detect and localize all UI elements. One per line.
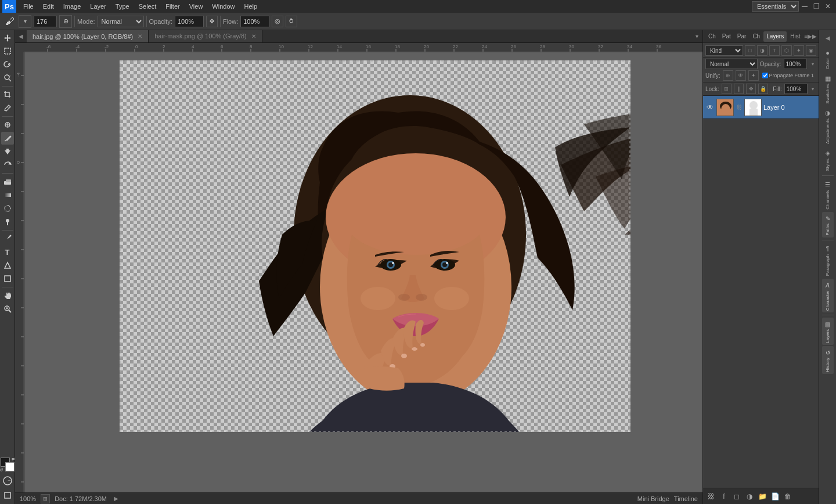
restore-btn[interactable]: ❐ <box>810 1 822 12</box>
background-color[interactable] <box>5 462 15 471</box>
collapsed-adjustments[interactable]: ◑ Adjustments <box>822 107 834 146</box>
menu-layer[interactable]: Layer <box>85 2 111 11</box>
tab-pat[interactable]: Pat <box>719 31 734 42</box>
collapsed-paragraph[interactable]: ¶ Paragraph <box>822 243 834 278</box>
minimize-btn[interactable]: ─ <box>799 1 810 12</box>
panel-collapse-btn[interactable]: ◀ <box>15 30 27 42</box>
arrange-docs-btn[interactable]: ▾ <box>691 30 702 42</box>
new-group-btn[interactable]: 📁 <box>756 491 768 502</box>
menu-window[interactable]: Window <box>207 2 239 11</box>
layer-0[interactable]: 👁 ⛓ <box>703 96 819 119</box>
tool-eyedropper[interactable] <box>1 102 14 114</box>
airbrush-btn[interactable]: ◎ <box>272 16 283 27</box>
add-mask-btn[interactable]: ◻ <box>731 491 743 502</box>
collapsed-channels[interactable]: ☰ Channels <box>822 178 834 211</box>
tool-zoom[interactable] <box>1 303 14 315</box>
menu-help[interactable]: Help <box>239 2 262 11</box>
opacity-input[interactable] <box>175 16 204 27</box>
tool-rect-marquee[interactable] <box>1 45 14 57</box>
delete-layer-btn[interactable]: 🗑 <box>782 491 794 502</box>
tool-gradient[interactable] <box>1 189 14 201</box>
filter-type[interactable]: T <box>769 45 780 56</box>
tool-crop[interactable] <box>1 88 14 101</box>
opacity-arrow[interactable]: ▾ <box>809 60 816 68</box>
tool-move[interactable] <box>1 31 14 44</box>
menu-filter[interactable]: Filter <box>161 2 184 11</box>
brush-mode-icon1[interactable]: ⊕ <box>59 15 72 28</box>
tool-lasso[interactable] <box>1 58 14 71</box>
filter-shape[interactable]: ⬡ <box>781 45 792 56</box>
tab-par[interactable]: Par <box>734 31 749 42</box>
tool-clone[interactable] <box>1 145 14 158</box>
collapsed-history[interactable]: ↺ History <box>822 346 834 374</box>
status-arrow[interactable]: ▶ <box>111 494 121 503</box>
unify-style[interactable]: ✦ <box>748 70 759 81</box>
flow-input[interactable] <box>240 16 269 27</box>
lock-all-btn[interactable]: 🔒 <box>758 84 768 94</box>
menu-image[interactable]: Image <box>59 2 86 11</box>
mode-select[interactable]: Normal <box>98 16 144 27</box>
collapsed-paths[interactable]: ✎ Paths <box>822 212 834 237</box>
panel-collapse-toggle[interactable]: ◀ <box>820 33 835 43</box>
menu-select[interactable]: Select <box>134 2 161 11</box>
default-colors[interactable]: ↺ <box>0 467 3 473</box>
tool-healing[interactable] <box>1 118 14 131</box>
opacity-toggle[interactable]: ✤ <box>206 16 218 27</box>
tool-brush[interactable] <box>1 132 14 145</box>
fill-arrow[interactable]: ▾ <box>810 85 816 92</box>
filter-adjustment[interactable]: ◑ <box>757 45 767 56</box>
tab-mask-close[interactable]: ✕ <box>251 33 256 39</box>
new-layer-btn[interactable]: 📄 <box>769 491 781 502</box>
menu-type[interactable]: Type <box>111 2 134 11</box>
menu-edit[interactable]: Edit <box>38 2 59 11</box>
tool-quick-mask[interactable] <box>1 474 14 487</box>
collapsed-layers[interactable]: ▤ Layers <box>822 318 834 345</box>
brush-size-input[interactable] <box>34 16 57 27</box>
tool-path-select[interactable] <box>1 259 14 272</box>
tool-screen-mode[interactable] <box>1 489 14 502</box>
unify-pos[interactable]: ⊕ <box>723 70 733 81</box>
collapsed-color[interactable]: ● Color <box>822 46 834 71</box>
propagate-checkbox[interactable] <box>762 73 768 78</box>
tool-blur[interactable] <box>1 202 14 215</box>
tool-shape[interactable] <box>1 272 14 285</box>
tool-eraser[interactable] <box>1 175 14 188</box>
collapsed-character[interactable]: A Character <box>822 279 834 312</box>
tab-hair-jpg[interactable]: hair.jpg @ 100% (Layer 0, RGB/8#) ✕ <box>27 30 149 42</box>
menu-view[interactable]: View <box>185 2 208 11</box>
tool-hand[interactable] <box>1 289 14 302</box>
collapsed-swatches[interactable]: ▦ Swatches <box>822 72 834 106</box>
color-swatches[interactable]: ⇄ ↺ <box>1 458 15 471</box>
tab-hist[interactable]: Hist <box>787 31 803 42</box>
tool-history-brush[interactable] <box>1 159 14 171</box>
tab-ch1[interactable]: Ch <box>705 31 719 42</box>
panel-expand-btn[interactable]: ▶▶ <box>808 33 816 41</box>
filter-kind-select[interactable]: Kind <box>705 45 743 56</box>
workspace-select[interactable]: Essentials <box>752 1 799 12</box>
filter-pixel[interactable]: □ <box>745 45 755 56</box>
filter-toggle[interactable]: ◉ <box>806 45 816 56</box>
opacity-value[interactable] <box>784 59 807 69</box>
brush-preset-picker[interactable]: ▾ <box>19 15 31 28</box>
blend-mode-select[interactable]: Normal <box>705 59 758 69</box>
new-fill-btn[interactable]: ◑ <box>744 491 755 502</box>
layer-style-btn[interactable]: f <box>718 491 730 502</box>
tab-hair-mask[interactable]: hair-mask.png @ 100% (Gray/8) ✕ <box>149 30 262 42</box>
fit-to-screen-btn[interactable]: ⊞ <box>41 494 50 503</box>
tab-ch2[interactable]: Ch <box>749 31 763 42</box>
collapsed-styles[interactable]: ◈ Styles <box>822 147 834 173</box>
link-layers-btn[interactable]: ⛓ <box>705 491 717 502</box>
mini-bridge-label[interactable]: Mini Bridge <box>637 495 669 502</box>
unify-vis[interactable]: 👁 <box>736 70 746 81</box>
tool-pen[interactable] <box>1 232 14 245</box>
menu-file[interactable]: File <box>19 2 38 11</box>
filter-smart[interactable]: ✦ <box>794 45 804 56</box>
fill-input[interactable] <box>784 84 808 94</box>
tab-hair-close[interactable]: ✕ <box>138 33 142 39</box>
lock-move-btn[interactable]: ✥ <box>746 84 756 94</box>
lock-px-btn[interactable]: ∥ <box>734 84 744 94</box>
smoothing-btn[interactable]: ⥁ <box>286 16 297 27</box>
tool-text[interactable]: T <box>1 246 14 258</box>
lock-pos-btn[interactable]: ⊞ <box>722 84 732 94</box>
tool-dodge[interactable] <box>1 215 14 228</box>
